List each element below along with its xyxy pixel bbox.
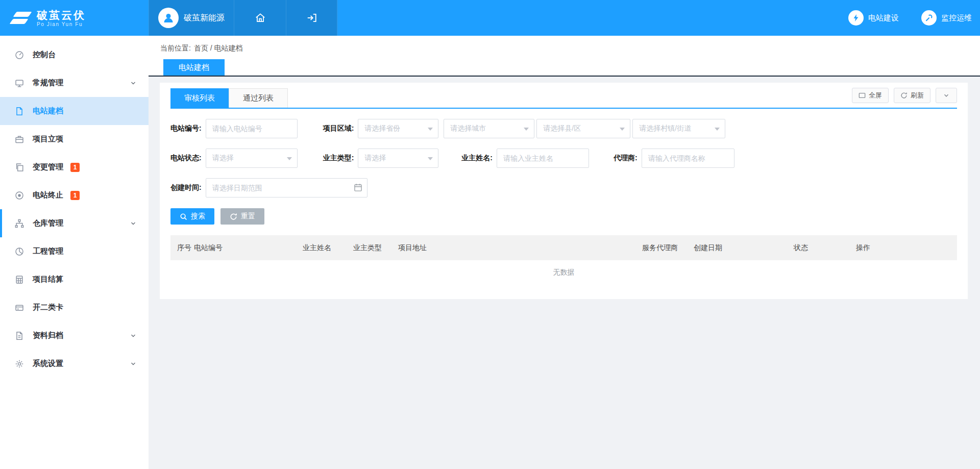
sidebar-item-label: 项目结算: [33, 275, 63, 284]
station-no-label: 电站编号:: [170, 124, 202, 133]
sidebar-item-project-settlement[interactable]: 项目结算: [0, 265, 149, 293]
sidebar-item-engineering-management[interactable]: 工程管理: [0, 237, 149, 265]
main-content: 当前位置: 首页 / 电站建档 电站建档 审核列表 通过列表 全屏: [149, 36, 980, 299]
sidebar-item-type2-card[interactable]: 开二类卡: [0, 293, 149, 322]
owner-name-label: 业主姓名:: [461, 154, 493, 163]
chevron-down-icon: [130, 220, 136, 227]
briefcase-icon: [14, 134, 24, 144]
filter-form: 电站编号: 项目区域: 请选择省份 请选择城市 请选择县/区 请选择村镇/街道: [170, 119, 957, 198]
city-select[interactable]: 请选择城市: [444, 119, 534, 138]
refresh-label: 刷新: [911, 91, 924, 100]
sidebar-item-change-management[interactable]: 变更管理 1: [0, 153, 149, 181]
brand-subtitle: Po Jian Yun Fu: [37, 21, 86, 27]
station-status-select[interactable]: 请选择: [206, 149, 298, 168]
app-root: 破茧云伏 Po Jian Yun Fu 破茧新能源: [0, 0, 980, 299]
sidebar-item-label: 系统设置: [33, 359, 63, 368]
sidebar-item-general-management[interactable]: 常规管理: [0, 69, 149, 97]
top-header: 破茧云伏 Po Jian Yun Fu 破茧新能源: [0, 0, 980, 36]
sidebar-item-project-initiation[interactable]: 项目立项: [0, 125, 149, 153]
filter-row-3: 创建时间:: [170, 178, 957, 198]
sidebar-item-system-settings[interactable]: 系统设置: [0, 350, 149, 378]
village-select[interactable]: 请选择村镇/街道: [632, 119, 725, 138]
station-status-label: 电站状态:: [170, 154, 202, 163]
county-placeholder: 请选择县/区: [543, 124, 581, 133]
chevron-down-icon: [943, 92, 949, 98]
owner-name-input[interactable]: [497, 149, 589, 168]
lightning-icon: [848, 10, 864, 26]
column-header: 操作: [856, 243, 957, 253]
breadcrumb-prefix: 当前位置:: [160, 44, 191, 53]
tab-passed-list[interactable]: 通过列表: [229, 88, 288, 108]
sidebar-item-label: 控制台: [33, 50, 56, 60]
column-header: 业主姓名: [303, 243, 353, 253]
archive-icon: [14, 331, 24, 341]
sidebar-item-warehouse-management[interactable]: 仓库管理: [0, 209, 149, 237]
column-header: 业主类型: [353, 243, 398, 253]
results-table: 序号 电站编号 业主姓名 业主类型 项目地址 服务代理商 创建日期 状态 操作 …: [170, 235, 957, 285]
nav-monitor-ops[interactable]: 监控运维: [921, 10, 972, 26]
station-no-input[interactable]: [206, 119, 298, 138]
county-select[interactable]: 请选择县/区: [536, 119, 630, 138]
page-tab-station-archive[interactable]: 电站建档: [163, 59, 225, 76]
search-icon: [180, 213, 187, 220]
home-button[interactable]: [234, 0, 286, 36]
collapse-button[interactable]: [936, 88, 957, 103]
brand-title: 破茧云伏: [37, 9, 86, 21]
nav-station-build-label: 电站建设: [868, 13, 899, 23]
page-topbar: 当前位置: 首页 / 电站建档 电站建档: [149, 36, 980, 77]
sitemap-icon: [14, 218, 24, 229]
tab-review-list[interactable]: 审核列表: [170, 88, 229, 108]
gear-icon: [14, 359, 24, 369]
sidebar-item-label: 开二类卡: [33, 303, 63, 312]
refresh-icon: [900, 92, 908, 99]
column-header: 创建日期: [694, 243, 794, 253]
sidebar-item-label: 工程管理: [33, 246, 63, 256]
reset-label: 重置: [241, 212, 255, 221]
wrench-icon: [921, 10, 937, 26]
breadcrumb-path[interactable]: 首页 / 电站建档: [194, 44, 243, 53]
agent-input[interactable]: [642, 149, 734, 168]
province-select[interactable]: 请选择省份: [358, 119, 438, 138]
logout-button[interactable]: [286, 0, 337, 36]
sidebar-item-label: 项目立项: [33, 134, 63, 144]
user-avatar-icon: [158, 8, 179, 28]
home-icon: [255, 12, 266, 23]
sidebar-item-station-termination[interactable]: 电站终止 1: [0, 181, 149, 209]
owner-type-select[interactable]: 请选择: [358, 149, 438, 168]
sidebar-item-console[interactable]: 控制台: [0, 41, 149, 69]
owner-type-placeholder: 请选择: [364, 154, 386, 163]
table-header-row: 序号 电站编号 业主姓名 业主类型 项目地址 服务代理商 创建日期 状态 操作: [170, 235, 957, 260]
sidebar-item-label: 变更管理: [33, 162, 63, 172]
current-tenant-button[interactable]: 破茧新能源: [149, 0, 234, 36]
column-header: 序号: [177, 243, 194, 253]
brand-logo-icon: [11, 12, 30, 24]
filter-actions: 搜索 重置: [170, 208, 957, 225]
sidebar: 控制台 常规管理 电站建档 项目立项 变更管理 1 电站终止 1 仓库管理: [0, 36, 149, 469]
sidebar-item-label: 仓库管理: [33, 218, 63, 228]
fullscreen-icon: [859, 92, 866, 99]
region-label: 项目区域:: [323, 124, 354, 133]
province-placeholder: 请选择省份: [364, 124, 400, 133]
fullscreen-button[interactable]: 全屏: [852, 88, 889, 103]
column-header: 服务代理商: [642, 243, 694, 253]
sidebar-item-label: 电站建档: [33, 106, 63, 116]
monitor-icon: [14, 78, 24, 88]
search-label: 搜索: [191, 212, 205, 221]
search-button[interactable]: 搜索: [170, 208, 214, 225]
sidebar-item-station-archive[interactable]: 电站建档: [0, 97, 149, 125]
document-icon: [14, 106, 24, 116]
agent-label: 代理商:: [614, 154, 638, 163]
reset-button[interactable]: 重置: [220, 208, 264, 225]
nav-station-build[interactable]: 电站建设: [848, 10, 899, 26]
fullscreen-label: 全屏: [869, 91, 882, 100]
refresh-button[interactable]: 刷新: [894, 88, 930, 103]
date-range-input[interactable]: [206, 178, 368, 198]
bank-card-icon: [14, 303, 24, 313]
sidebar-item-label: 常规管理: [33, 78, 63, 88]
sidebar-item-data-archive[interactable]: 资料归档: [0, 322, 149, 350]
pie-chart-icon: [14, 246, 24, 257]
breadcrumb: 当前位置: 首页 / 电站建档: [149, 41, 980, 56]
chevron-down-icon: [130, 361, 136, 367]
empty-state: 无数据: [170, 260, 957, 285]
badge-count: 1: [70, 191, 80, 200]
